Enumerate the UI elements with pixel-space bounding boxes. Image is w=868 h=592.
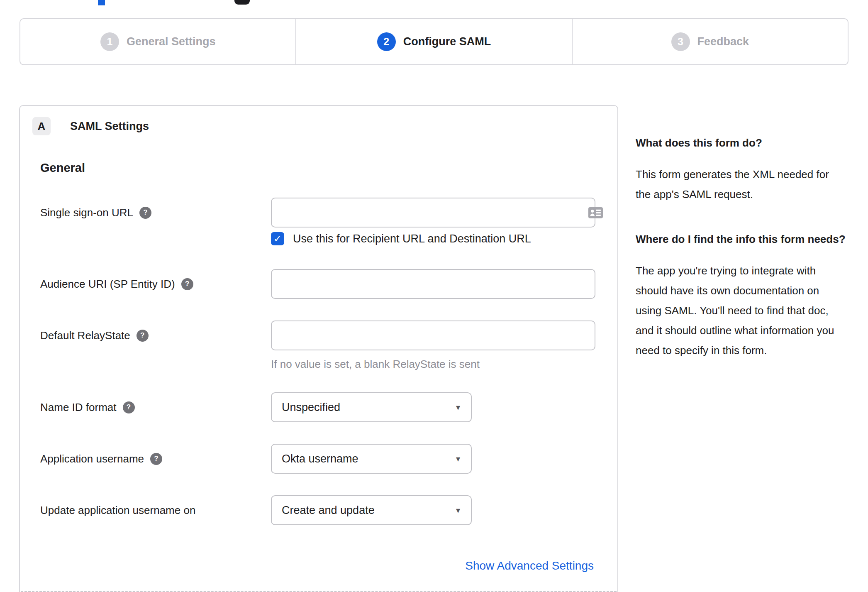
relay-state-row: Default RelayState ? [20,320,617,350]
sso-url-input[interactable] [271,198,595,228]
use-for-recipient-checkbox[interactable]: ✓ [271,232,284,245]
step-label: Configure SAML [403,35,491,48]
cutoff-logo-fragment [234,0,250,5]
application-username-row: Application username ? Okta username ▾ [20,444,617,474]
help-heading-where: Where do I find the info this form needs… [636,230,846,248]
help-para-where: The app you're trying to integrate with … [636,261,846,360]
name-id-format-label-text: Name ID format [40,401,117,414]
help-icon[interactable]: ? [137,330,149,342]
application-username-value: Okta username [282,453,358,465]
name-id-format-label: Name ID format ? [40,392,135,422]
help-icon[interactable]: ? [139,207,151,219]
help-heading-what: What does this form do? [636,134,846,152]
help-icon[interactable]: ? [181,278,193,290]
step-general-settings[interactable]: 1 General Settings [20,19,295,64]
relay-state-label-text: Default RelayState [40,329,130,342]
audience-uri-label: Audience URI (SP Entity ID) ? [40,269,193,299]
relay-state-helper-text: If no value is set, a blank RelayState i… [271,358,480,371]
update-username-select[interactable]: Create and update ▾ [271,495,472,525]
step-number-badge: 3 [671,32,690,51]
saml-settings-panel: A SAML Settings General Single sign-on U… [19,105,618,592]
relay-state-label: Default RelayState ? [40,320,149,350]
name-id-format-select[interactable]: Unspecified ▾ [271,392,472,422]
dropdown-arrow-icon: ▾ [456,455,460,463]
update-username-label: Update application username on [40,495,195,525]
audience-uri-label-text: Audience URI (SP Entity ID) [40,278,175,291]
wizard-stepper: 1 General Settings 2 Configure SAML 3 Fe… [20,18,848,65]
step-label: Feedback [697,35,749,48]
application-username-select[interactable]: Okta username ▾ [271,444,472,474]
sso-url-label: Single sign-on URL ? [40,198,151,228]
sso-url-row: Single sign-on URL ? [20,198,617,228]
update-username-label-text: Update application username on [40,504,195,517]
section-a-badge: A [32,117,51,135]
panel-title: SAML Settings [70,120,149,133]
help-para-what: This form generates the XML needed for t… [636,164,846,204]
update-username-row: Update application username on Create an… [20,495,617,525]
cutoff-tab-fragment [98,0,105,5]
update-username-value: Create and update [282,504,375,517]
name-id-format-value: Unspecified [282,401,340,414]
step-feedback[interactable]: 3 Feedback [572,19,848,64]
dropdown-arrow-icon: ▾ [456,506,460,514]
step-configure-saml[interactable]: 2 Configure SAML [295,19,571,64]
relay-state-input[interactable] [271,320,595,350]
recipient-url-checkbox-label: Use this for Recipient URL and Destinati… [293,232,531,245]
recipient-url-checkbox-row: ✓ Use this for Recipient URL and Destina… [271,232,531,245]
application-username-label-text: Application username [40,453,144,465]
audience-uri-row: Audience URI (SP Entity ID) ? [20,269,617,299]
name-id-format-row: Name ID format ? Unspecified ▾ [20,392,617,422]
help-icon[interactable]: ? [123,401,135,413]
audience-uri-input[interactable] [271,269,595,299]
help-icon[interactable]: ? [150,453,162,465]
sso-url-label-text: Single sign-on URL [40,206,133,219]
step-number-badge: 2 [377,32,396,51]
help-sidebar: What does this form do? This form genera… [636,134,846,386]
step-label: General Settings [127,35,216,48]
contact-card-icon[interactable] [588,207,603,218]
dropdown-arrow-icon: ▾ [456,403,460,411]
step-number-badge: 1 [100,32,119,51]
application-username-label: Application username ? [40,444,162,474]
show-advanced-settings-link[interactable]: Show Advanced Settings [465,559,594,572]
panel-header: A SAML Settings [32,117,149,135]
general-section-heading: General [40,161,85,175]
